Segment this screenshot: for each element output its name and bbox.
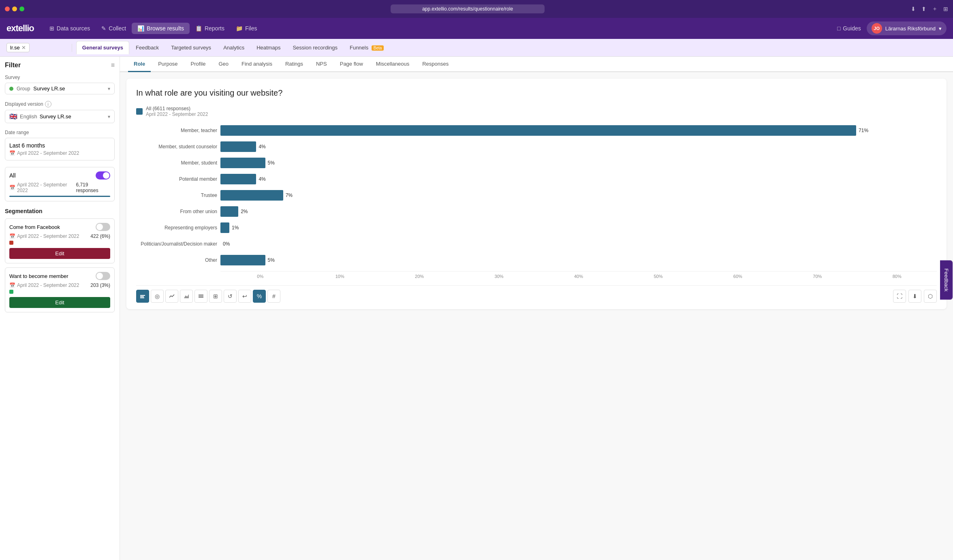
share-icon[interactable]: ⬆ — [921, 6, 926, 12]
tab-responses[interactable]: Responses — [417, 57, 454, 72]
chart-percent[interactable]: % — [253, 290, 266, 303]
date-range-title: Last 6 months — [9, 142, 110, 149]
toolbar-left: ◎ — [136, 290, 280, 303]
filter-tag[interactable]: lr.se ✕ — [6, 43, 30, 52]
segment-facebook-date: 📅 April 2022 - September 2022 — [9, 233, 79, 239]
tab-ratings[interactable]: Ratings — [280, 57, 309, 72]
info-icon[interactable]: i — [45, 101, 51, 107]
chart-back[interactable]: ↩ — [238, 290, 251, 303]
tab-targeted-surveys[interactable]: Targeted surveys — [165, 41, 217, 54]
version-dropdown[interactable]: 🇬🇧 English Survey LR.se ▾ — [5, 110, 115, 123]
segment-member-header: Want to become member — [9, 272, 110, 280]
segment-facebook-color — [9, 241, 13, 245]
user-avatar: JO — [872, 23, 882, 34]
tab-page-flow[interactable]: Page flow — [334, 57, 369, 72]
reports-icon: 📋 — [195, 25, 202, 32]
chart-type-grid[interactable]: ⊞ — [209, 290, 222, 303]
filter-menu-icon[interactable]: ≡ — [111, 62, 115, 69]
bar-pct-label: 5% — [268, 257, 275, 263]
minimize-button[interactable] — [12, 6, 17, 11]
url-bar[interactable]: app.extellio.com/results/questionnaire/r… — [391, 4, 545, 13]
displayed-version-section: Displayed version i 🇬🇧 English Survey LR… — [5, 101, 115, 123]
tab-role[interactable]: Role — [128, 57, 151, 72]
filter-tag-close[interactable]: ✕ — [21, 45, 26, 51]
new-tab-icon[interactable]: ＋ — [932, 5, 938, 13]
segment-facebook-count: 422 (6%) — [90, 233, 110, 239]
logo[interactable]: extellio — [6, 23, 34, 34]
bar-pct-label: 1% — [232, 225, 239, 231]
chart-share[interactable]: ⬡ — [924, 290, 937, 303]
all-header: All — [9, 171, 110, 180]
grid-icon[interactable]: ⊞ — [943, 6, 948, 12]
nav-data-sources[interactable]: ⊞ Data sources — [44, 23, 96, 34]
segment-member-edit[interactable]: Edit — [9, 297, 110, 308]
nav-browse-results[interactable]: 📊 Browse results — [132, 23, 190, 34]
bar-label: Other — [136, 257, 217, 263]
segment-facebook-edit[interactable]: Edit — [9, 248, 110, 259]
flag-icon: 🇬🇧 — [9, 113, 17, 120]
all-toggle-section: All 📅 April 2022 - September 2022 6,719 … — [5, 167, 115, 201]
sub-nav: lr.se ✕ General surveys Feedback Targete… — [0, 39, 953, 57]
legend-text: All (6611 responses) April 2022 - Septem… — [146, 106, 208, 117]
svg-rect-4 — [199, 295, 203, 295]
chart-reset[interactable]: ↺ — [224, 290, 237, 303]
tab-general-surveys[interactable]: General surveys — [76, 41, 129, 54]
tab-feedback[interactable]: Feedback — [130, 41, 165, 54]
survey-dropdown[interactable]: Group Survey LR.se ▾ — [5, 83, 115, 94]
guides-button[interactable]: □ Guides — [831, 23, 867, 34]
maximize-button[interactable] — [19, 6, 24, 11]
tab-analytics[interactable]: Analytics — [218, 41, 250, 54]
svg-rect-5 — [199, 296, 203, 297]
all-toggle[interactable] — [96, 171, 110, 180]
tab-find-analysis[interactable]: Find analysis — [236, 57, 278, 72]
bar-pct-label: 7% — [286, 192, 293, 198]
date-range-picker[interactable]: Last 6 months 📅 April 2022 - September 2… — [5, 138, 115, 160]
download-icon[interactable]: ⬇ — [911, 6, 916, 12]
x-tick: 70% — [778, 274, 857, 279]
chart-legend: All (6611 responses) April 2022 - Septem… — [136, 106, 937, 117]
nav-files[interactable]: 📁 Files — [230, 23, 263, 34]
chart-count[interactable]: # — [267, 290, 280, 303]
segment-member-toggle[interactable] — [96, 272, 110, 280]
feedback-side-tab[interactable]: Feedback — [940, 260, 953, 299]
x-tick: 10% — [300, 274, 379, 279]
top-bar-icons: ⬇ ⬆ ＋ ⊞ — [911, 5, 948, 13]
tab-profile[interactable]: Profile — [185, 57, 212, 72]
user-menu[interactable]: JO Lärarnas Riksförbund ▾ — [867, 21, 947, 35]
nav-reports[interactable]: 📋 Reports — [190, 23, 230, 34]
bar-chart: Member, teacher71%Member, student counse… — [136, 125, 937, 265]
displayed-version-label: Displayed version — [5, 101, 43, 107]
tab-nps[interactable]: NPS — [310, 57, 333, 72]
x-tick: 50% — [618, 274, 698, 279]
version-lang: English — [20, 113, 37, 120]
tab-miscellaneous[interactable]: Miscellaneous — [370, 57, 415, 72]
chart-type-list[interactable] — [194, 290, 207, 303]
tab-geo[interactable]: Geo — [213, 57, 234, 72]
traffic-lights — [5, 6, 24, 11]
tab-heatmaps[interactable]: Heatmaps — [251, 41, 286, 54]
tab-session-recordings[interactable]: Session recordings — [287, 41, 343, 54]
chart-type-bar[interactable] — [136, 290, 149, 303]
svg-rect-0 — [140, 295, 145, 296]
chart-expand[interactable]: ⛶ — [893, 290, 906, 303]
main-layout: Filter ≡ Survey Group Survey LR.se ▾ Dis… — [0, 57, 953, 560]
chart-type-line[interactable] — [165, 290, 178, 303]
chart-type-donut[interactable]: ◎ — [151, 290, 164, 303]
bar-fill — [220, 255, 265, 265]
date-range-section: Date range Last 6 months 📅 April 2022 - … — [5, 130, 115, 160]
calendar-icon: 📅 — [9, 282, 15, 288]
chart-title: In what role are you visiting our websit… — [136, 88, 937, 98]
chart-type-area[interactable] — [180, 290, 193, 303]
user-org: Lärarnas Riksförbund — [885, 26, 936, 32]
x-tick: 0% — [220, 274, 300, 279]
nav-collect[interactable]: ✎ Collect — [96, 23, 132, 34]
chart-download[interactable]: ⬇ — [908, 290, 921, 303]
browse-results-icon: 📊 — [137, 25, 144, 32]
all-title: All — [9, 172, 16, 179]
filter-search-input[interactable] — [35, 45, 68, 51]
close-button[interactable] — [5, 6, 10, 11]
tab-funnels[interactable]: Funnels Beta — [344, 41, 389, 54]
tab-purpose[interactable]: Purpose — [152, 57, 183, 72]
segment-facebook-toggle[interactable] — [96, 223, 110, 231]
survey-value: Survey LR.se — [33, 85, 105, 92]
